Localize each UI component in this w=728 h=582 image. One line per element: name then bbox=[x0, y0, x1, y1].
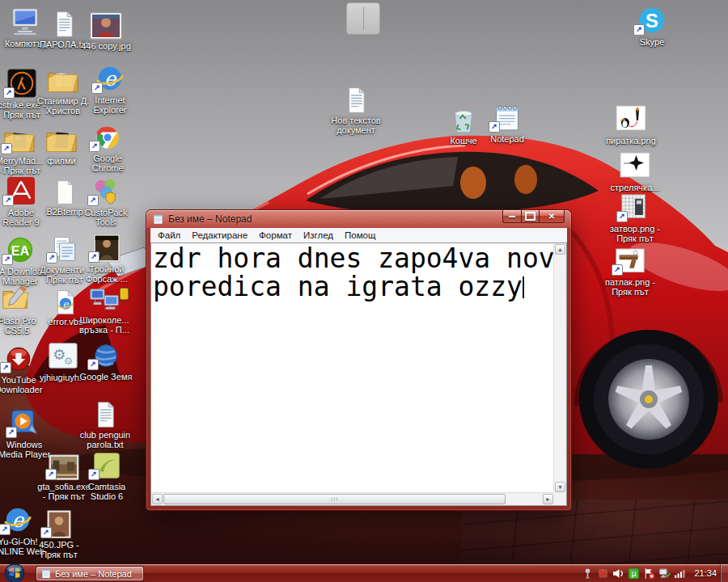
shortcut-arrow-icon: ↗ bbox=[89, 141, 100, 152]
h-scroll-thumb[interactable] bbox=[163, 494, 506, 504]
desktop-icon-skype[interactable]: S↗Skype bbox=[616, 5, 688, 47]
desktop-icon-label: Camtasia Studio 6 bbox=[88, 482, 125, 501]
photo450-icon: ↗ bbox=[39, 508, 79, 538]
desktop-icon-nov-tekstov-dokument[interactable]: Нов текстов документ bbox=[320, 83, 392, 135]
menu-item-help[interactable]: Помощ bbox=[339, 230, 381, 240]
menu-item-format[interactable]: Формат bbox=[253, 230, 298, 240]
desktop-icon-troynoy-forsazh[interactable]: ↗Тройной Форсаж ... bbox=[70, 232, 143, 284]
desktop-icon-450-jpg[interactable]: ↗450.JPG - Пряк път bbox=[23, 508, 95, 559]
desktop-icon-camtasia-studio-6[interactable]: ↗Camtasia Studio 6 bbox=[70, 449, 143, 501]
notepad-icon bbox=[41, 568, 51, 579]
desktop-icon-internet-explorer[interactable]: e↗Internet Explorer bbox=[74, 63, 146, 115]
scrollbar-corner bbox=[554, 493, 566, 505]
svg-text:e: e bbox=[104, 67, 117, 91]
maximize-button[interactable] bbox=[522, 210, 540, 223]
start-button[interactable] bbox=[4, 563, 25, 582]
scroll-left-button[interactable]: ◄ bbox=[152, 494, 163, 504]
close-button[interactable]: ✕ bbox=[540, 210, 565, 223]
desktop-icon-label: патлак.png - Пряк път bbox=[605, 277, 655, 297]
desktop-icon-strelyachka[interactable]: стрелячка... bbox=[599, 150, 671, 192]
vertical-scrollbar[interactable]: ▲ ▼ bbox=[553, 243, 566, 493]
desktop-icon-446-copy-jpg[interactable]: 446 copy.jpg bbox=[70, 9, 142, 51]
desktop: КомпютърПАРОЛА.txt446 copy.jpg↗cstrike.e… bbox=[0, 0, 728, 582]
desktop-icon-label: 446 copy.jpg bbox=[81, 41, 131, 51]
text-line: poredica na igrata ozzy bbox=[153, 272, 554, 301]
utorrent-icon[interactable]: µ bbox=[628, 567, 640, 580]
shortcut-arrow-icon: ↗ bbox=[633, 24, 645, 36]
shortcut-arrow-icon: ↗ bbox=[6, 427, 17, 438]
shortcut-arrow-icon: ↗ bbox=[489, 121, 500, 133]
shortcut-arrow-icon: ↗ bbox=[91, 82, 103, 94]
horizontal-scrollbar[interactable]: ◄ ► bbox=[151, 492, 554, 505]
desktop-icon-label: Google Chrome bbox=[91, 154, 123, 173]
shortcut-arrow-icon: ↗ bbox=[87, 359, 99, 370]
taskbar: Без име – Notepad µ 21:34 bbox=[0, 564, 728, 582]
wmp-icon: ↗ bbox=[4, 407, 44, 438]
shortcut-arrow-icon: ↗ bbox=[46, 252, 57, 264]
volume-icon[interactable] bbox=[612, 567, 624, 580]
svg-text:S: S bbox=[645, 10, 658, 32]
desktop-icon-label: Google Земя bbox=[80, 372, 133, 382]
shortcut-arrow-icon: ↗ bbox=[87, 195, 99, 206]
textfile-icon bbox=[85, 398, 125, 428]
shortcut-arrow-icon: ↗ bbox=[88, 251, 99, 263]
desktop-icon-custopack-tools[interactable]: ↗CustoPack Tools bbox=[70, 175, 142, 227]
desktop-icon-zatvor-png[interactable]: ↗затвор.png - Пряк път bbox=[599, 192, 671, 243]
notepad-icon bbox=[153, 213, 163, 225]
camtasia-icon: ↗ bbox=[87, 449, 127, 480]
network-status-icon[interactable] bbox=[658, 567, 671, 580]
signal-bars-icon[interactable] bbox=[674, 567, 686, 580]
imggun-icon: ↗ bbox=[610, 245, 650, 276]
show-desktop-button[interactable] bbox=[720, 564, 728, 582]
scroll-down-button[interactable]: ▼ bbox=[555, 482, 565, 492]
custopack-icon: ↗ bbox=[86, 175, 126, 206]
desktop-gadget[interactable] bbox=[346, 2, 380, 35]
text-line: zdr hora dnes zapo4va nov bbox=[153, 244, 554, 272]
svg-text:EA: EA bbox=[11, 243, 30, 258]
menu-bar: ФайлРедактиранеФорматИзгледПомощ bbox=[150, 228, 567, 243]
desktop-icon-label: Тройной Форсаж ... bbox=[86, 264, 128, 284]
imgpirate-icon bbox=[611, 103, 651, 134]
minimize-button[interactable] bbox=[502, 210, 522, 223]
action-center-flag-icon[interactable] bbox=[643, 567, 655, 580]
desktop-icon-label: Notepad bbox=[490, 134, 524, 144]
menu-item-file[interactable]: Файл bbox=[152, 230, 186, 240]
desktop-icon-label: пиратка.png bbox=[606, 136, 656, 146]
text-caret bbox=[523, 276, 524, 298]
desktop-icon-google-earth[interactable]: ↗Google Земя bbox=[70, 340, 142, 382]
audio-jack-icon[interactable] bbox=[582, 567, 594, 580]
notepad-client-area: zdr hora dnes zapo4va novporedica na igr… bbox=[150, 242, 567, 506]
shortcut-arrow-icon: ↗ bbox=[45, 469, 57, 480]
menu-item-edit[interactable]: Редактиране bbox=[186, 230, 253, 240]
desktop-icon-label: Skype bbox=[640, 37, 665, 47]
desktop-icon-patlak-png[interactable]: ↗патлак.png - Пряк път bbox=[594, 245, 667, 297]
taskbar-clock[interactable]: 21:34 bbox=[694, 564, 717, 582]
taskbar-notepad-button[interactable]: Без име – Notepad bbox=[36, 566, 144, 581]
gadget-divider bbox=[363, 7, 364, 30]
shortcut-arrow-icon: ↗ bbox=[616, 211, 628, 222]
photo446-icon bbox=[86, 9, 126, 40]
menu-item-view[interactable]: Изглед bbox=[298, 230, 339, 240]
shortcut-arrow-icon: ↗ bbox=[0, 524, 11, 535]
gearth-icon: ↗ bbox=[86, 340, 126, 370]
desktop-icon-shirokolentova-vrazka[interactable]: Широколе... връзка - П... bbox=[68, 283, 141, 335]
desktop-icon-club-penguin-parola[interactable]: club penguin parola.txt bbox=[69, 398, 142, 449]
window-title: Без име – Notepad bbox=[168, 213, 252, 225]
scroll-right-button[interactable]: ► bbox=[543, 494, 553, 504]
phototf-icon: ↗ bbox=[87, 232, 127, 263]
task-button-label: Без име – Notepad bbox=[55, 569, 132, 579]
desktop-icon-google-chrome[interactable]: ↗Google Chrome bbox=[71, 121, 144, 173]
scroll-up-button[interactable]: ▲ bbox=[555, 244, 565, 255]
desktop-icon-piratka-png[interactable]: пиратка.png bbox=[595, 103, 667, 146]
notepad-window: Без име – Notepad ✕ ФайлРедактиранеФорма… bbox=[146, 210, 571, 510]
desktop-icon-label: Широколе... връзка - П... bbox=[79, 315, 129, 335]
shortcut-arrow-icon: ↗ bbox=[2, 254, 13, 265]
desktop-icon-label: 450.JPG - Пряк път bbox=[39, 540, 79, 559]
shortcut-arrow-icon: ↗ bbox=[1, 143, 12, 154]
red-x-icon[interactable] bbox=[597, 567, 609, 580]
notepad-text-area[interactable]: zdr hora dnes zapo4va novporedica na igr… bbox=[151, 243, 554, 493]
svg-text:µ: µ bbox=[631, 569, 636, 578]
skype-icon: S↗ bbox=[632, 5, 672, 36]
minimize-icon bbox=[509, 216, 515, 217]
desktop-icon-notepad-shortcut[interactable]: ↗Notepad bbox=[471, 102, 544, 144]
